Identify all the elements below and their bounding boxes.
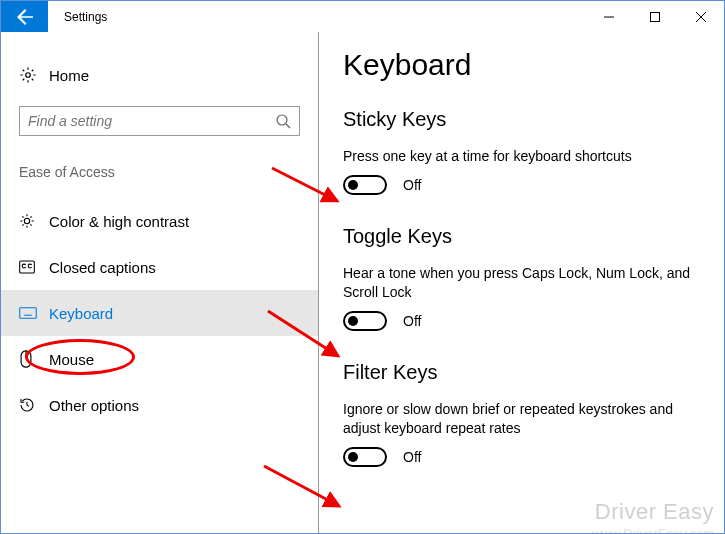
toggle-keys-heading: Toggle Keys <box>343 225 700 248</box>
sticky-keys-toggle-row: Off <box>343 175 700 195</box>
sidebar-section-title: Ease of Access <box>1 164 318 180</box>
sidebar-item-mouse[interactable]: Mouse <box>1 336 318 382</box>
minimize-icon <box>604 12 614 22</box>
svg-rect-17 <box>20 308 37 319</box>
sticky-keys-desc: Press one key at a time for keyboard sho… <box>343 147 700 167</box>
maximize-icon <box>650 12 660 22</box>
svg-rect-1 <box>651 12 660 21</box>
sticky-keys-toggle[interactable] <box>343 175 387 195</box>
toggle-keys-toggle[interactable] <box>343 311 387 331</box>
svg-line-14 <box>22 224 23 225</box>
page-title: Keyboard <box>343 48 700 82</box>
sidebar-item-color-high-contrast[interactable]: Color & high contrast <box>1 198 318 244</box>
svg-line-12 <box>22 216 23 217</box>
window-title: Settings <box>64 10 107 24</box>
toggle-keys-state: Off <box>403 313 421 329</box>
filter-keys-toggle[interactable] <box>343 447 387 467</box>
gear-icon <box>19 66 49 84</box>
toggle-keys-toggle-row: Off <box>343 311 700 331</box>
sidebar-item-label: Keyboard <box>49 305 113 322</box>
home-label: Home <box>49 67 89 84</box>
search-input[interactable] <box>28 113 275 129</box>
sidebar-home[interactable]: Home <box>1 56 318 94</box>
svg-point-4 <box>26 73 31 78</box>
filter-keys-state: Off <box>403 449 421 465</box>
minimize-button[interactable] <box>586 1 632 32</box>
sidebar-item-closed-captions[interactable]: Closed captions <box>1 244 318 290</box>
svg-line-15 <box>30 216 31 217</box>
filter-keys-desc: Ignore or slow down brief or repeated ke… <box>343 400 700 439</box>
sidebar-item-label: Other options <box>49 397 139 414</box>
svg-line-6 <box>286 124 290 128</box>
search-box[interactable] <box>19 106 300 136</box>
svg-line-13 <box>30 224 31 225</box>
keyboard-icon <box>19 306 49 320</box>
mouse-icon <box>19 350 49 368</box>
clock-arrow-icon <box>19 397 49 413</box>
svg-point-7 <box>24 218 29 223</box>
maximize-button[interactable] <box>632 1 678 32</box>
sidebar-item-label: Mouse <box>49 351 94 368</box>
sidebar: Home Ease of Access Color & high contras… <box>1 32 319 533</box>
close-icon <box>696 12 706 22</box>
sticky-keys-heading: Sticky Keys <box>343 108 700 131</box>
sidebar-item-other-options[interactable]: Other options <box>1 382 318 428</box>
brightness-icon <box>19 213 49 229</box>
main-panel: Keyboard Sticky Keys Press one key at a … <box>319 32 724 533</box>
sidebar-item-label: Color & high contrast <box>49 213 189 230</box>
toggle-keys-desc: Hear a tone when you press Caps Lock, Nu… <box>343 264 700 303</box>
sidebar-item-label: Closed captions <box>49 259 156 276</box>
closed-captions-icon <box>19 260 49 274</box>
filter-keys-heading: Filter Keys <box>343 361 700 384</box>
filter-keys-toggle-row: Off <box>343 447 700 467</box>
search-icon <box>275 113 291 129</box>
title-bar: Settings <box>1 1 724 32</box>
svg-point-5 <box>277 115 287 125</box>
arrow-left-icon <box>17 9 33 25</box>
close-button[interactable] <box>678 1 724 32</box>
sidebar-item-keyboard[interactable]: Keyboard <box>1 290 318 336</box>
sticky-keys-state: Off <box>403 177 421 193</box>
back-button[interactable] <box>1 1 48 32</box>
window-controls <box>586 1 724 32</box>
